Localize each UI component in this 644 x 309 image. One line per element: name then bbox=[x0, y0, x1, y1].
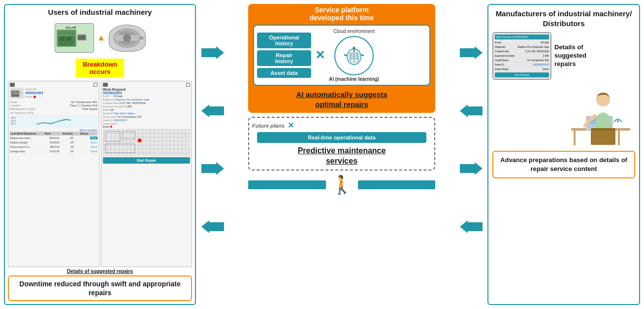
arrow-from-center-bottom bbox=[201, 220, 224, 233]
tf2-value: Replace Pre crankcase rings bbox=[517, 45, 549, 48]
table-row-1: Replace the crank... 06/02/18 4/5 Start bbox=[10, 136, 97, 140]
row1-name: Replace the crank... bbox=[10, 137, 48, 139]
svg-rect-12 bbox=[139, 36, 143, 39]
tablet-preview: Work Request #ID005633634 Event Oil leak… bbox=[492, 32, 551, 80]
maintenance-label: Maintenance Level bbox=[10, 107, 34, 110]
location-label: Location bbox=[10, 104, 21, 107]
screen-header bbox=[10, 83, 97, 87]
table-row-2: Replace plunger 01/02/18 2/5 Done bbox=[10, 140, 97, 145]
right-panel-title: Manufacturers of industrial machinery/ D… bbox=[492, 9, 635, 28]
arrowhead-r1 bbox=[475, 46, 483, 59]
bottom-person-area: 🚶 bbox=[248, 174, 435, 195]
svg-rect-43 bbox=[591, 128, 615, 130]
row4-status: Done bbox=[91, 150, 97, 153]
main-container: Users of industrial machinery SULLAIR bbox=[0, 0, 644, 309]
tf3-value: 11:57 AM, 06/02/2018 bbox=[525, 50, 549, 53]
arrowhead-left-1 bbox=[201, 104, 209, 117]
tf3-label: Created date bbox=[495, 50, 509, 53]
arrowhead-2 bbox=[216, 162, 224, 175]
arrow-shaft-1 bbox=[201, 48, 216, 57]
location-value: Floor 1 / Section A13 bbox=[70, 104, 97, 107]
breakdown-label: Breakdown occurs bbox=[76, 59, 124, 77]
tf1-value: Oil leak bbox=[541, 41, 549, 44]
tablet-field-1: Event Oil leak bbox=[495, 40, 549, 45]
ai-circle bbox=[334, 36, 374, 75]
svg-rect-15 bbox=[16, 91, 19, 93]
row3-sev: 1/5 bbox=[70, 145, 90, 148]
tf1-label: Event bbox=[495, 41, 501, 44]
arrow-to-center-bottom bbox=[201, 162, 224, 175]
left-arrows-section bbox=[199, 4, 226, 305]
arrow-to-right-bottom bbox=[460, 162, 483, 175]
cloud-box: Operational history Repair history Asset… bbox=[253, 25, 430, 86]
tf7-label: Asset Status bbox=[495, 68, 509, 70]
start-repair-button[interactable]: Start Repair bbox=[103, 157, 191, 164]
right-arrows-section bbox=[457, 4, 484, 305]
wr-asset-status: Asset status Down bbox=[103, 122, 191, 128]
arrowhead-rl1 bbox=[460, 104, 468, 117]
bottom-arrow-shaft-right bbox=[358, 180, 436, 189]
svg-rect-19 bbox=[123, 132, 135, 139]
svg-rect-33 bbox=[574, 131, 576, 145]
arrowhead-r2 bbox=[475, 162, 483, 175]
machine-motor bbox=[109, 25, 146, 52]
row2-status: Done bbox=[91, 141, 97, 144]
svg-rect-3 bbox=[60, 37, 64, 41]
wr-scope: Scope 1 Task with 6 Steps bbox=[103, 112, 191, 115]
asset-field: Asset Air Compressor 001 bbox=[10, 101, 97, 103]
suggested-details-section: Details of suggested repairs bbox=[554, 32, 586, 80]
suggested-details-text: Details of suggested repairs bbox=[554, 43, 586, 69]
wr-screen-header bbox=[103, 83, 191, 87]
machine-compressor: SULLAIR bbox=[55, 23, 94, 53]
multiply-sign-2: ✕ bbox=[288, 121, 294, 130]
asset-id-value: #ID003453 bbox=[25, 91, 43, 95]
menu-icon bbox=[10, 83, 15, 87]
asset-value: Air Compressor 001 bbox=[71, 101, 97, 103]
arrow-to-center-top bbox=[201, 46, 224, 59]
tablet-header: Work Request #ID005633634 bbox=[495, 34, 549, 39]
cloud-label: Cloud environment bbox=[333, 29, 375, 34]
row1-status[interactable]: Start bbox=[90, 137, 97, 139]
row3-status: Done bbox=[91, 145, 97, 148]
status-dot bbox=[33, 96, 36, 98]
wr-id: #ID05633634 bbox=[103, 91, 191, 95]
tablet-field-6: Asset ID #ID000003453 bbox=[495, 63, 549, 67]
wr-expand-icon bbox=[186, 83, 190, 87]
pressure-val-3: 25.0 bbox=[11, 122, 16, 125]
row3-date: 28/01/18 bbox=[50, 145, 69, 148]
tf4-label: Expected duration bbox=[495, 54, 515, 57]
arrow-shaft-rl1 bbox=[468, 106, 483, 115]
svg-rect-34 bbox=[618, 131, 620, 145]
table-col-4: Status bbox=[80, 132, 97, 135]
svg-point-31 bbox=[362, 54, 364, 56]
asset-label: Asset bbox=[10, 101, 17, 103]
row3-name: Check pump for o... bbox=[10, 145, 49, 148]
advance-box: Advance preparations based on details of… bbox=[492, 151, 635, 178]
tf7-value: Down bbox=[543, 68, 549, 70]
wr-title: Work Request bbox=[103, 88, 191, 91]
wr-asset-id: Asset ID #ID003453 bbox=[103, 119, 191, 122]
arrowhead-left-2 bbox=[201, 220, 209, 233]
start-proceed-button[interactable]: Start Proceed bbox=[495, 72, 549, 77]
row1-sev: 4/5 bbox=[70, 137, 89, 139]
wr-effort: Effort 5/5 bbox=[103, 108, 191, 111]
tf5-value: Air Compressor 001 bbox=[527, 59, 549, 62]
ai-label: AI (machine learning) bbox=[329, 76, 379, 82]
arrowhead-1 bbox=[216, 46, 224, 59]
svg-rect-17 bbox=[20, 92, 22, 94]
expand-icon bbox=[94, 83, 97, 87]
machinery-images: SULLAIR bbox=[8, 18, 192, 58]
row1-date: 06/02/18 bbox=[49, 137, 68, 139]
left-panel: Users of industrial machinery SULLAIR bbox=[4, 4, 196, 305]
svg-point-11 bbox=[123, 34, 131, 42]
wr-status-dot bbox=[110, 126, 112, 128]
asset-image bbox=[10, 88, 24, 99]
table-col-2: Data bbox=[45, 132, 62, 135]
left-panel-title: Users of industrial machinery bbox=[8, 8, 192, 16]
running-person: 🚶 bbox=[331, 174, 353, 195]
wr-diagnosis: Diagnosis Replace the crankcase rings bbox=[103, 98, 191, 101]
svg-rect-20 bbox=[105, 144, 135, 153]
svg-point-29 bbox=[344, 54, 346, 56]
tf2-label: Diagnosis bbox=[495, 45, 506, 48]
svg-rect-14 bbox=[12, 91, 15, 93]
